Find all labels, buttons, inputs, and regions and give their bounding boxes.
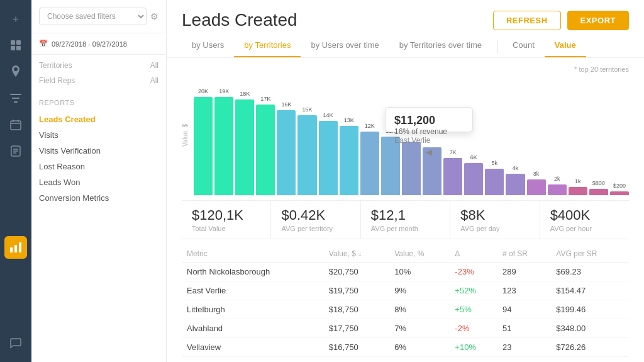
col-value[interactable]: Value, $ ↓ (324, 246, 389, 263)
export-button[interactable]: EXPORT (567, 11, 629, 30)
stat-avg-hour: $400K AVG per hour (540, 201, 629, 239)
report-lost-reason[interactable]: Lost Reason (39, 159, 158, 174)
bar-group[interactable]: 1k (569, 88, 587, 195)
chart-bar[interactable] (235, 99, 254, 195)
bar-group[interactable]: 6K (464, 88, 483, 195)
bar-group[interactable]: 19K (214, 88, 233, 195)
data-table: Metric Value, $ ↓ Value, % Δ # of SR AVG… (182, 246, 629, 357)
bar-label: $800 (592, 180, 605, 186)
avg-hour-value: $400K (550, 207, 619, 223)
report-leads-won[interactable]: Leads Won (39, 174, 158, 190)
cell-sr: 289 (497, 263, 551, 281)
chart-bar[interactable] (610, 191, 629, 195)
chart-bar[interactable] (589, 189, 608, 195)
cell-value: $16,750 (324, 338, 389, 357)
tab-by-users-over-time[interactable]: by Users over time (301, 35, 389, 57)
reports-title: REPORTS (39, 99, 158, 106)
grid-icon[interactable] (4, 34, 27, 57)
chart-bar[interactable] (297, 115, 316, 195)
bar-group[interactable]: 2k (548, 88, 567, 195)
report-visits[interactable]: Visits (39, 127, 158, 143)
svg-rect-1 (16, 40, 21, 45)
sidebar: ＋ (0, 0, 31, 362)
bar-group[interactable]: $200 (610, 88, 629, 195)
territories-label: Territories (39, 61, 72, 70)
chart-bar[interactable] (569, 187, 587, 195)
chart-bar[interactable] (214, 97, 233, 195)
bar-label: 17K (260, 96, 270, 102)
col-avg-sr: AVG per SR (551, 246, 629, 263)
cell-metric: Alvahland (182, 319, 324, 338)
filter-icon[interactable] (4, 87, 27, 110)
report-visits-verification[interactable]: Visits Verification (39, 143, 158, 159)
gear-icon[interactable]: ⚙ (150, 11, 158, 21)
bar-group[interactable]: 13K (340, 88, 358, 195)
chat-icon[interactable] (4, 332, 27, 354)
bar-group[interactable]: 12K (360, 88, 379, 195)
bar-group[interactable]: $11,200 16% of revenue East Verlie ◀ (402, 88, 421, 195)
chart-area: * top 20 territories Value, $ 20K19K18K1… (167, 58, 644, 200)
chart-bar[interactable] (485, 169, 504, 195)
cell-metric: Vellaview (182, 338, 324, 357)
chart-bar[interactable] (319, 121, 338, 195)
cell-value: $20,750 (324, 263, 389, 281)
filter-select[interactable]: Choose saved filters (39, 8, 147, 25)
bar-group[interactable]: 3k (527, 88, 546, 195)
chart-bar[interactable] (194, 97, 213, 195)
bar-group[interactable]: 17K (256, 88, 275, 195)
bar-group[interactable]: 5k (485, 88, 504, 195)
plus-icon[interactable]: ＋ (4, 8, 27, 30)
y-axis-label: Value, $ (182, 124, 189, 147)
bar-group[interactable]: 4k (506, 88, 525, 195)
bar-label: 6K (470, 154, 477, 161)
territories-value[interactable]: All (150, 61, 158, 70)
chart-container: Value, $ 20K19K18K17K16K15K14K13K12K11K … (182, 76, 629, 195)
bar-group[interactable]: 16K (277, 88, 296, 195)
bar-label: 15K (303, 106, 313, 113)
chart-bar[interactable] (277, 110, 296, 195)
chart-icon[interactable] (4, 236, 27, 259)
report-leads-created[interactable]: Leads Created (39, 111, 158, 127)
avg-territory-value: $0.42K (281, 207, 350, 223)
bar-label: 14K (323, 112, 333, 118)
chart-bar[interactable] (506, 174, 525, 195)
svg-rect-0 (11, 40, 15, 45)
chart-bar[interactable] (548, 184, 567, 195)
bar-label: 13K (344, 117, 354, 123)
calendar-icon[interactable] (4, 113, 27, 136)
refresh-button[interactable]: REFRESH (493, 11, 561, 30)
field-reps-value[interactable]: All (150, 76, 158, 85)
chart-bar[interactable] (360, 132, 379, 195)
chart-bar[interactable] (527, 179, 546, 195)
location-icon[interactable] (4, 60, 27, 83)
chart-bar[interactable] (464, 163, 483, 195)
table-row: North Nickolasborough $20,750 10% -23% 2… (182, 263, 629, 281)
tab-by-territories-over-time[interactable]: by Territories over time (389, 35, 492, 57)
bar-group[interactable]: 18K (235, 88, 254, 195)
field-reps-label: Field Reps (39, 76, 75, 85)
chart-bar[interactable] (443, 158, 462, 195)
tab-by-territories[interactable]: by Territories (234, 35, 301, 57)
tab-value[interactable]: Value (545, 35, 586, 57)
cell-sr: 51 (497, 319, 551, 338)
tab-count[interactable]: Count (502, 35, 545, 57)
report-conversion-metrics[interactable]: Conversion Metrics (39, 190, 158, 206)
bar-group[interactable]: 14K (319, 88, 338, 195)
bar-label: 19K (219, 88, 229, 94)
bar-group[interactable]: 15K (297, 88, 316, 195)
document-icon[interactable] (4, 140, 27, 162)
cell-value: $18,750 (324, 300, 389, 319)
bar-group[interactable]: $800 (589, 88, 608, 195)
chart-bar[interactable] (340, 126, 358, 195)
table-row: Alvahland $17,750 7% -2% 51 $348.00 (182, 319, 629, 338)
calendar-small-icon: 📅 (39, 40, 48, 48)
cell-delta: -2% (450, 319, 497, 338)
chart-bar[interactable] (256, 105, 275, 195)
tabs-row: by Users by Territories by Users over ti… (167, 35, 644, 58)
bar-group[interactable]: 20K (194, 88, 213, 195)
tab-by-users[interactable]: by Users (182, 35, 234, 57)
col-pct: Value, % (389, 246, 450, 263)
cell-metric: Littelburgh (182, 300, 324, 319)
chart-bar[interactable] (381, 137, 400, 195)
cell-avg-sr: $726.26 (551, 338, 629, 357)
